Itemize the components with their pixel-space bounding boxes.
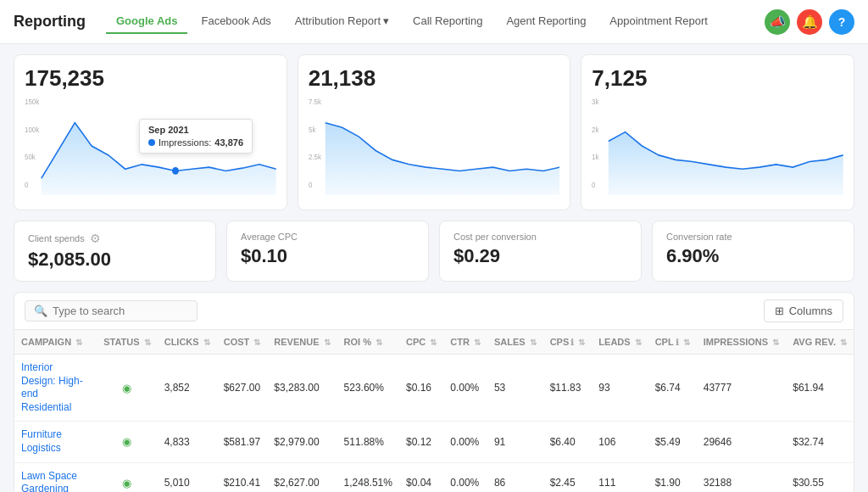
cell-cpc: $0.12 — [399, 422, 443, 462]
cell-cpc: $0.16 — [399, 355, 443, 422]
tab-appointment-report[interactable]: Appointment Report — [599, 9, 718, 34]
search-input[interactable] — [53, 305, 188, 317]
help-icon[interactable]: ? — [829, 9, 854, 35]
col-cps[interactable]: CPSℹ ⇅ — [543, 330, 593, 355]
svg-text:0: 0 — [592, 181, 596, 189]
svg-text:Aug: Aug — [189, 196, 198, 197]
col-cost[interactable]: COST ⇅ — [217, 330, 268, 355]
stat-client-spends-value: $2,085.00 — [28, 249, 202, 271]
svg-text:Jan: Jan — [37, 196, 46, 197]
table-row: Furniture Logistics ◉ 4,833 $581.97 $2,9… — [14, 422, 854, 462]
cell-campaign: Lawn Space Gardening — [14, 462, 97, 492]
stat-avg-cpc-value: $0.10 — [241, 245, 415, 267]
col-campaign[interactable]: CAMPAIGN ⇅ — [14, 330, 97, 355]
svg-text:50k: 50k — [25, 153, 36, 161]
stat-client-spends-label: Client spends ⚙ — [28, 232, 202, 245]
svg-text:150k: 150k — [25, 98, 40, 106]
clicks-metric: 21,138 — [309, 65, 560, 92]
campaigns-table: CAMPAIGN ⇅ STATUS ⇅ CLICKS ⇅ COST ⇅ REVE… — [14, 330, 854, 492]
col-cpl[interactable]: CPLℹ ⇅ — [648, 330, 697, 355]
cell-avg-rev: $32.74 — [786, 422, 854, 462]
svg-text:Feb: Feb — [342, 196, 352, 197]
svg-text:Jul: Jul — [453, 196, 459, 197]
col-sales[interactable]: SALES ⇅ — [487, 330, 543, 355]
col-roi[interactable]: ROI % ⇅ — [337, 330, 399, 355]
cell-sales: 53 — [487, 355, 543, 422]
tab-attribution-report[interactable]: Attribution Report ▾ — [285, 9, 399, 34]
impressions-metric: 175,235 — [25, 65, 276, 92]
tab-google-ads[interactable]: Google Ads — [106, 9, 187, 34]
search-box[interactable]: 🔍 — [25, 300, 198, 321]
settings-icon[interactable]: ⚙ — [90, 232, 101, 245]
col-revenue[interactable]: REVENUE ⇅ — [267, 330, 337, 355]
svg-text:1k: 1k — [592, 153, 599, 161]
stats-row: Client spends ⚙ $2,085.00 Average CPC $0… — [14, 221, 854, 282]
cell-roi: 511.88% — [337, 422, 399, 462]
cell-cost: $627.00 — [217, 355, 268, 422]
svg-text:2.5k: 2.5k — [309, 153, 322, 161]
col-clicks[interactable]: CLICKS ⇅ — [158, 330, 217, 355]
svg-text:Jun: Jun — [714, 196, 722, 197]
stat-cost-per-conversion: Cost per conversion $0.29 — [439, 221, 642, 282]
svg-text:Nov: Nov — [822, 196, 832, 197]
top-bar-icons: 📣 🔔 ? — [765, 9, 854, 35]
svg-text:Dec: Dec — [555, 196, 559, 197]
col-ctr[interactable]: CTR ⇅ — [443, 330, 487, 355]
svg-text:Apr: Apr — [670, 196, 678, 197]
svg-text:3k: 3k — [592, 98, 599, 106]
svg-text:Dec: Dec — [839, 196, 843, 197]
stat-client-spends: Client spends ⚙ $2,085.00 — [14, 221, 216, 282]
svg-text:Nov: Nov — [538, 196, 548, 197]
svg-text:Sep: Sep — [495, 196, 504, 197]
impressions-chart: 150k 100k 50k 0 Jan Feb Mar Apr May — [25, 95, 276, 197]
col-leads[interactable]: LEADS ⇅ — [592, 330, 648, 355]
svg-text:Sep: Sep — [211, 196, 220, 197]
charts-row: 175,235 150k 100k 50k 0 — [14, 54, 854, 210]
leads-chart-card: 7,125 3k 2k 1k 0 Jan Feb Mar Apr May — [581, 54, 854, 210]
stat-conversion-rate-label: Conversion rate — [666, 232, 840, 242]
cell-cost: $581.97 — [217, 422, 268, 462]
svg-text:Aug: Aug — [757, 196, 766, 197]
bell-icon[interactable]: 🔔 — [797, 9, 822, 35]
svg-text:Oct: Oct — [801, 196, 809, 197]
stat-avg-cpc-label: Average CPC — [241, 232, 415, 242]
svg-text:Mar: Mar — [648, 196, 656, 197]
clicks-chart-card: 21,138 7.5k 5k 2.5k 0 Jan Feb Mar Apr — [298, 54, 571, 210]
campaign-link[interactable]: Lawn Space Gardening — [21, 470, 77, 492]
col-avg-rev[interactable]: AVG REV. ⇅ — [786, 330, 854, 355]
svg-text:7.5k: 7.5k — [309, 98, 322, 106]
status-active-icon: ◉ — [122, 477, 131, 489]
svg-text:Feb: Feb — [58, 196, 68, 197]
col-cpc[interactable]: CPC ⇅ — [399, 330, 443, 355]
campaign-link[interactable]: Interior Design: High-end Residential — [21, 361, 83, 413]
svg-text:Sep: Sep — [779, 196, 788, 197]
tab-call-reporting[interactable]: Call Reporting — [403, 9, 492, 34]
stat-avg-cpc: Average CPC $0.10 — [226, 221, 429, 282]
col-status[interactable]: STATUS ⇅ — [97, 330, 157, 355]
svg-text:May: May — [408, 196, 418, 197]
svg-text:2k: 2k — [592, 125, 599, 133]
svg-text:Nov: Nov — [255, 196, 264, 197]
megaphone-icon[interactable]: 📣 — [765, 9, 790, 35]
cell-campaign: Interior Design: High-end Residential — [14, 355, 97, 422]
col-impressions[interactable]: IMPRESSIONS ⇅ — [697, 330, 786, 355]
svg-text:May: May — [691, 196, 701, 197]
stat-conversion-rate-value: 6.90% — [666, 245, 840, 267]
svg-text:5k: 5k — [309, 125, 316, 133]
cell-cps: $2.45 — [543, 462, 593, 492]
cell-roi: 1,248.51% — [337, 462, 399, 492]
clicks-chart: 7.5k 5k 2.5k 0 Jan Feb Mar Apr May Jun J… — [309, 95, 560, 197]
stat-cost-per-conversion-label: Cost per conversion — [453, 232, 627, 242]
svg-text:Apr: Apr — [387, 196, 394, 197]
svg-text:Apr: Apr — [103, 196, 110, 197]
svg-text:Oct: Oct — [234, 196, 242, 197]
table-row: Lawn Space Gardening ◉ 5,010 $210.41 $2,… — [14, 462, 854, 492]
columns-button[interactable]: ⊞ Columns — [764, 299, 843, 322]
tab-facebook-ads[interactable]: Facebook Ads — [191, 9, 281, 34]
tab-agent-reporting[interactable]: Agent Reporting — [496, 9, 596, 34]
campaign-link[interactable]: Furniture Logistics — [21, 428, 62, 454]
cell-leads: 93 — [592, 355, 648, 422]
cell-leads: 111 — [592, 462, 648, 492]
svg-text:Jan: Jan — [604, 196, 613, 197]
table-toolbar: 🔍 ⊞ Columns — [14, 293, 854, 330]
